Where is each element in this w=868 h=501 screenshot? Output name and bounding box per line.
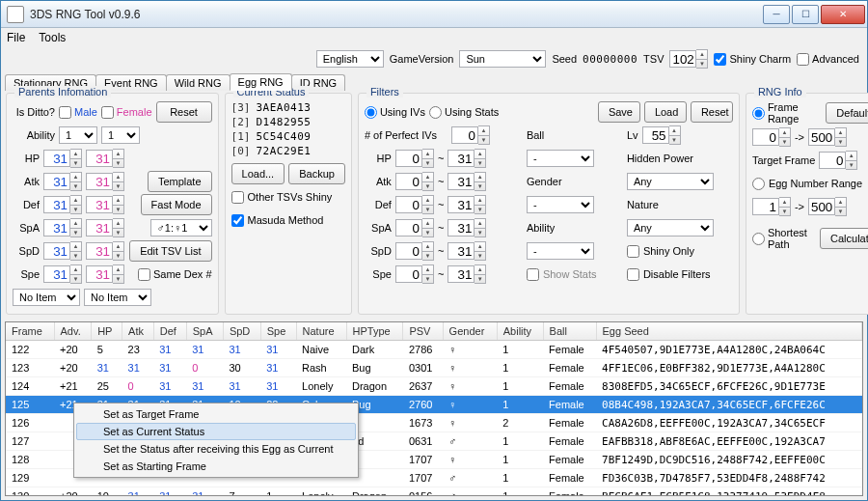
col-gender[interactable]: Gender [443,322,497,341]
minimize-button[interactable]: ─ [763,5,790,24]
er-a[interactable]: ▲▼ [752,197,791,216]
ditto-male[interactable]: Male [59,106,97,119]
fast-button[interactable]: Fast Mode [141,194,212,215]
lv-input[interactable]: ▲▼ [642,125,681,145]
er-b[interactable]: ▲▼ [808,197,847,216]
col-ball[interactable]: Ball [543,322,596,341]
using-ivs[interactable]: Using IVs [365,106,425,119]
parent-b-atk[interactable]: ▲▼ [86,172,124,191]
filter-hp-hi[interactable]: ▲▼ [448,149,486,168]
table-row[interactable]: 122+2052331313131NaiveDark2786♀1Female4F… [6,341,862,359]
ball-select[interactable]: - [527,150,594,167]
template-button[interactable]: Template [148,171,212,192]
ctx-item[interactable]: Set as Starting Frame [76,458,356,475]
show-stats[interactable]: Show Stats [527,264,619,285]
frame-range-radio[interactable]: Frame Range [752,101,822,125]
filter-spd-lo[interactable]: ▲▼ [395,241,434,261]
col-ability[interactable]: Ability [497,322,543,341]
tsv-input[interactable]: ▲▼ [669,49,708,69]
parent-a-hp[interactable]: ▲▼ [43,149,82,168]
col-def[interactable]: Def [153,322,186,341]
load-button[interactable]: Load... [231,163,285,184]
menu-file[interactable]: File [7,31,25,44]
ability-a[interactable]: 1 [59,126,97,144]
col-hp[interactable]: HP [92,322,122,341]
table-row[interactable]: 123+2031313103031RashBug0301♀1Female4FF1… [6,359,862,377]
parent-a-atk[interactable]: ▲▼ [43,172,82,191]
filter-atk-lo[interactable]: ▲▼ [395,172,434,191]
using-stats[interactable]: Using Stats [429,106,499,119]
parent-b-spe[interactable]: ▲▼ [86,264,124,284]
parent-b-def[interactable]: ▲▼ [86,195,124,214]
filter-atk-hi[interactable]: ▲▼ [448,172,486,191]
filter-def-lo[interactable]: ▲▼ [395,195,434,214]
tab-egg-rng[interactable]: Egg RNG [230,73,292,91]
filter-def-hi[interactable]: ▲▼ [448,195,486,214]
gameversion-select[interactable]: Sun [459,50,546,68]
filter-hp-lo[interactable]: ▲▼ [395,149,434,168]
parent-a-spe[interactable]: ▲▼ [43,264,82,284]
ratio-select[interactable]: ♂1:♀1 [150,219,212,237]
ability-b[interactable]: 1 [101,126,140,144]
col-spd[interactable]: SpD [223,322,260,341]
disable-filters[interactable]: Disable Filters [627,264,733,285]
col-adv[interactable]: Adv. [54,322,92,341]
ability-select[interactable]: - [527,242,594,260]
parent-b-spa[interactable]: ▲▼ [86,218,124,237]
target-frame[interactable]: ▲▼ [819,151,857,170]
ctx-item[interactable]: Set as Target Frame [76,405,356,423]
fr-b[interactable]: ▲▼ [808,127,847,147]
menu-tools[interactable]: Tools [39,31,66,44]
language-select[interactable]: English [316,50,384,68]
default-button[interactable]: Default [826,102,868,124]
parent-b-spd[interactable]: ▲▼ [86,241,124,261]
parent-a-spa[interactable]: ▲▼ [43,218,82,237]
calculate-button[interactable]: Calculate [820,228,868,249]
col-hptype[interactable]: HPType [346,322,403,341]
close-button[interactable]: ✕ [821,5,865,24]
advanced-checkbox[interactable]: Advanced [797,53,859,66]
reset-button[interactable]: Reset [156,101,212,123]
ctx-item[interactable]: Set as Current Status [76,423,356,440]
filter-spa-hi[interactable]: ▲▼ [448,218,486,237]
col-psv[interactable]: PSV [403,322,443,341]
col-spe[interactable]: Spe [260,322,296,341]
backup-button[interactable]: Backup [288,163,345,184]
filters-reset[interactable]: Reset [691,101,733,123]
maximize-button[interactable]: ☐ [792,5,819,24]
filters-save[interactable]: Save [598,101,640,123]
parent-a-def[interactable]: ▲▼ [43,195,82,214]
col-atk[interactable]: Atk [122,322,154,341]
item-a[interactable]: No Item [13,289,80,306]
col-spa[interactable]: SpA [186,322,223,341]
same-dex[interactable]: Same Dex # [138,268,212,281]
shortest-path[interactable]: Shortest Path [752,227,816,250]
col-nature[interactable]: Nature [296,322,346,341]
item-b[interactable]: No Item [84,289,151,306]
tab-wild-rng[interactable]: Wild RNG [166,74,231,91]
filter-spe-hi[interactable]: ▲▼ [448,264,486,284]
filters-load[interactable]: Load [644,101,687,123]
other-tsv[interactable]: Other TSVs Shiny [231,186,345,208]
col-frame[interactable]: Frame [6,322,54,341]
shiny-only[interactable]: Shiny Only [627,240,733,262]
parent-a-spd[interactable]: ▲▼ [43,241,82,261]
nature-select[interactable]: Any [627,219,714,237]
filter-spd-hi[interactable]: ▲▼ [448,241,486,261]
masuda[interactable]: Masuda Method [231,209,345,231]
gender-select[interactable]: - [527,196,594,213]
table-row[interactable]: 130+201031313171LonelyDragon0156♂1Female… [6,487,862,497]
table-row[interactable]: 124+2125031313131LonelyDragon2637♀1Femal… [6,377,862,396]
fr-a[interactable]: ▲▼ [752,127,791,147]
edit_tsv-button[interactable]: Edit TSV List [129,240,211,262]
perfect-iv[interactable]: ▲▼ [451,125,490,145]
results-grid[interactable]: FrameAdv.HPAtkDefSpASpDSpeNatureHPTypePS… [5,321,863,496]
egg-range-radio[interactable]: Egg Number Range [752,173,868,194]
ctx-item[interactable]: Set the Status after receiving this Egg … [76,440,356,458]
hidden-select[interactable]: Any [627,173,714,190]
parent-b-hp[interactable]: ▲▼ [86,149,124,168]
filter-spa-lo[interactable]: ▲▼ [395,218,434,237]
shiny-charm-checkbox[interactable]: Shiny Charm [714,53,791,66]
ditto-female[interactable]: Female [101,106,152,119]
filter-spe-lo[interactable]: ▲▼ [395,264,434,284]
